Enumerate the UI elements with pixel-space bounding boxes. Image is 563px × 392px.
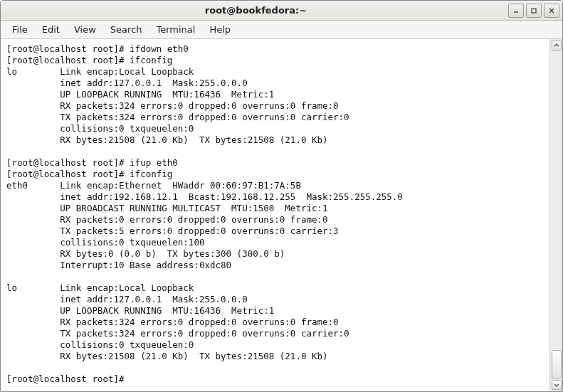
vertical-scrollbar[interactable]: [549, 39, 562, 391]
close-button[interactable]: [544, 4, 559, 18]
terminal-output[interactable]: [root@localhost root]# ifdown eth0 [root…: [1, 39, 549, 391]
scrollbar-track[interactable]: [552, 52, 562, 378]
maximize-button[interactable]: [526, 4, 542, 18]
svg-rect-1: [532, 9, 536, 13]
menu-search[interactable]: Search: [103, 22, 149, 37]
scroll-up-button[interactable]: [552, 41, 562, 51]
scroll-down-button[interactable]: [552, 380, 562, 390]
menu-edit[interactable]: Edit: [35, 22, 67, 37]
menu-view[interactable]: View: [67, 22, 103, 37]
terminal-container: [root@localhost root]# ifdown eth0 [root…: [1, 39, 562, 391]
titlebar: root@bookfedora:~: [1, 1, 562, 21]
scrollbar-thumb[interactable]: [552, 350, 562, 378]
window-title: root@bookfedora:~: [4, 5, 508, 16]
chevron-up-icon: [554, 43, 559, 48]
menubar: File Edit View Search Terminal Help: [1, 21, 562, 39]
minimize-button[interactable]: [508, 4, 524, 18]
window-controls: [508, 4, 559, 18]
menu-help[interactable]: Help: [202, 22, 238, 37]
minimize-icon: [512, 7, 520, 14]
menu-terminal[interactable]: Terminal: [149, 22, 202, 37]
close-icon: [548, 7, 555, 14]
chevron-down-icon: [554, 382, 559, 388]
maximize-icon: [530, 7, 537, 14]
menu-file[interactable]: File: [5, 22, 35, 37]
